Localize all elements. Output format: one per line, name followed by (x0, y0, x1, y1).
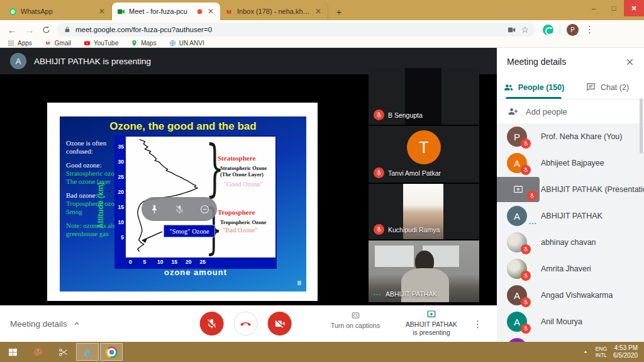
panel-scrollbar[interactable] (640, 98, 643, 154)
hang-up-button[interactable] (234, 312, 258, 336)
avatar-photo (507, 259, 527, 279)
scissors-icon (58, 347, 69, 358)
taskbar-clock[interactable]: 4:53 PM 6/5/2020 (613, 344, 638, 359)
chrome-taskbar-icon[interactable] (100, 343, 123, 361)
microphone-off-button[interactable] (200, 312, 224, 336)
mic-off-badge-icon (521, 139, 531, 149)
bookmark-label: Maps (141, 40, 156, 47)
smog-ozone-callout: "Smog" Ozone (164, 225, 215, 237)
bookmark-star-icon[interactable]: ☆ (521, 25, 529, 35)
tab-title: Meet - for-fuza-pcu (129, 8, 193, 15)
meeting-details-toggle[interactable]: Meeting details (10, 305, 81, 342)
participant-row-abhinay-chavan[interactable]: abhinay chavan (497, 229, 644, 256)
refresh-icon[interactable] (42, 25, 51, 35)
minimize-button[interactable]: – (584, 0, 604, 16)
bookmark-un-anvi[interactable]: UN ANVI (169, 40, 204, 47)
mic-off-badge-icon (521, 324, 531, 334)
bookmark-youtube[interactable]: YouTube (84, 40, 118, 47)
tab-chat[interactable]: Chat (2) (570, 76, 644, 99)
show-hidden-icons[interactable] (582, 348, 589, 356)
internet-explorer-taskbar-icon[interactable]: e (76, 343, 99, 361)
bookmark-apps[interactable]: Apps (8, 40, 32, 47)
add-people-button[interactable]: Add people (497, 99, 644, 123)
lock-icon (64, 26, 71, 33)
tile-participant-name: Kuchipudi Ramya (388, 226, 440, 234)
close-button[interactable]: ✕ (624, 0, 644, 16)
participant-row-item[interactable] (497, 335, 644, 342)
gmail-icon: M (225, 8, 233, 16)
maximize-button[interactable]: □ (604, 0, 624, 16)
tab-people[interactable]: People (150) (497, 76, 570, 99)
speaking-indicator-icon: ••• (529, 220, 537, 226)
remove-participant-icon[interactable] (199, 204, 210, 215)
close-panel-icon[interactable] (625, 57, 635, 67)
pin-icon[interactable] (149, 204, 160, 215)
tab-meet-for-fuza-pcu[interactable]: Meet - for-fuza-pcu✕ (112, 3, 220, 20)
address-bar[interactable]: meet.google.com/for-fuza-pcu?authuser=0 … (57, 23, 535, 37)
participant-row-prof-neha-khare-you[interactable]: PProf. Neha Khare (You) (497, 123, 644, 150)
language-indicator[interactable]: ENG INTL (596, 346, 607, 358)
paint-taskbar-icon[interactable] (25, 342, 50, 362)
back-icon[interactable]: ← (6, 25, 18, 35)
people-tab-label: People (150) (518, 83, 565, 92)
chevron-up-icon (72, 319, 81, 328)
meet-icon (117, 8, 125, 16)
slide-title: Ozone, the good and the bad (60, 120, 306, 133)
bookmark-label: Apps (18, 40, 32, 47)
new-tab-button[interactable]: + (331, 3, 347, 20)
tropospheric-ozone-label: Tropospheric Ozone (220, 219, 267, 225)
snipping-tool-taskbar-icon[interactable] (50, 342, 75, 362)
participant-row-abhijit-pathak[interactable]: A•••ABHIJIT PATHAK (497, 203, 644, 229)
toolbar-divider (560, 25, 560, 35)
participant-avatar: T (407, 130, 441, 164)
banner-text: ABHIJIT PATHAK is presenting (34, 57, 151, 66)
presenting-indicator[interactable]: ABHIJIT PATHAK is presenting (399, 309, 464, 337)
video-tile-kuchipudi-ramya[interactable]: Kuchipudi Ramya (369, 184, 479, 239)
bookmark-label: UN ANVI (179, 40, 204, 47)
participant-name: ABHIJIT PATHAK (Presentation) (541, 185, 644, 194)
avatar: P (507, 127, 527, 147)
mute-participant-icon[interactable] (174, 204, 185, 215)
participant-list: PProf. Neha Khare (You)AAbhijeet Bajpaye… (497, 123, 644, 342)
stratosphere-label: Stratosphere (218, 154, 255, 162)
people-icon (503, 82, 514, 93)
presenting-name: ABHIJIT PATHAK (399, 320, 464, 329)
tile-name-row: •••ABHIJIT PATHAK (374, 290, 437, 298)
url-text[interactable]: meet.google.com/for-fuza-pcu?authuser=0 (75, 26, 502, 33)
youtube-icon (84, 40, 91, 47)
presentation-tile[interactable]: Ozone, the good and the bad Ozone is oft… (47, 103, 318, 301)
video-tile-tanvi-amol-patkar[interactable]: TTanvi Amol Patkar (369, 126, 479, 183)
bookmark-label: Gmail (55, 40, 71, 47)
participant-row-anil-mourya[interactable]: AAnil Mourya (497, 308, 644, 335)
participant-name: abhinay chavan (541, 238, 596, 247)
tile-hover-controls (142, 197, 217, 221)
video-tile-abhijit-pathak[interactable]: •••ABHIJIT PATHAK (369, 240, 479, 302)
forward-icon[interactable]: → (24, 25, 35, 35)
tab-inbox-178-neha-khare-kccem[interactable]: MInbox (178) - neha.khare@kccem✕ (220, 3, 328, 20)
tile-name-row: B Sengupta (374, 110, 423, 120)
profile-avatar[interactable]: P (567, 24, 579, 36)
tab-whatsapp[interactable]: WhatsApp✕ (4, 3, 112, 20)
tab-close-icon[interactable]: ✕ (206, 7, 215, 16)
participant-row-abhijit-pathak-presentation[interactable]: ABHIJIT PATHAK (Presentation) (497, 176, 644, 203)
video-tile-b-sengupta[interactable]: B Sengupta (369, 68, 479, 125)
participant-row-amrita-jhaveri[interactable]: Amrita Jhaveri (497, 256, 644, 282)
bookmark-maps[interactable]: Maps (131, 40, 156, 47)
tab-strip: WhatsApp✕Meet - for-fuza-pcu✕MInbox (178… (0, 0, 644, 20)
more-options-icon[interactable]: ⋮ (473, 319, 482, 330)
camera-off-button[interactable] (268, 312, 292, 336)
tile-name-row: Kuchipudi Ramya (374, 224, 440, 235)
speaking-indicator-icon: ••• (374, 291, 382, 297)
tab-close-icon[interactable]: ✕ (97, 7, 106, 16)
captions-control[interactable]: Turn on captions (325, 311, 386, 329)
extension-icon[interactable] (543, 25, 553, 35)
add-people-label: Add people (526, 107, 567, 116)
participant-row-angad-vishwakarma[interactable]: AAngad Vishwakarma (497, 282, 644, 308)
tab-close-icon[interactable]: ✕ (314, 7, 323, 16)
participant-row-abhijeet-bajpayee[interactable]: AAbhijeet Bajpayee (497, 150, 644, 176)
browser-menu-icon[interactable]: ⋮ (585, 24, 594, 35)
camera-in-use-icon[interactable] (507, 25, 516, 35)
browser-toolbar: ← → meet.google.com/for-fuza-pcu?authuse… (0, 20, 644, 39)
bookmark-gmail[interactable]: MGmail (45, 40, 71, 47)
start-button[interactable] (0, 342, 25, 362)
